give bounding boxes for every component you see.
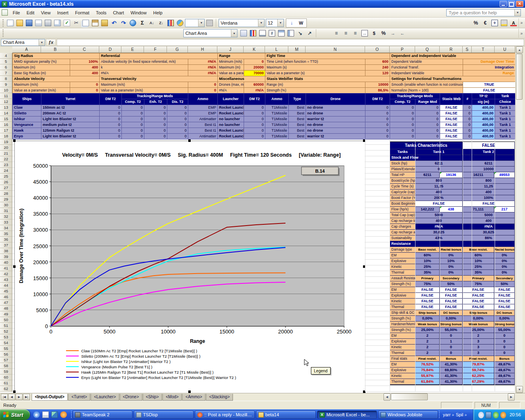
row-header-9[interactable]: 9 [0,82,12,87]
tank-value-cell[interactable]: FALSE [494,299,515,304]
tank-row-label[interactable]: Thermal [390,350,415,356]
sort-descending-button[interactable]: Z↓ [157,18,166,27]
row-header-22[interactable]: 22 [0,156,12,162]
tank-row-label[interactable]: Thermal [390,379,415,385]
ships-cell[interactable]: 0 [244,134,265,139]
ships-cell[interactable]: no drone [306,122,365,128]
tank-value-cell[interactable]: FALSE [494,304,515,310]
ships-cell[interactable]: 0 [365,111,390,116]
ships-cell[interactable]: T1Missile [265,111,289,116]
ships-cell[interactable]: 0 [415,122,440,128]
insert-function-button[interactable]: ƒx [46,39,56,46]
ships-cell[interactable]: Best [289,134,306,139]
paste-button[interactable] [91,18,100,27]
menu-help[interactable]: Help [150,8,166,17]
ships-cell[interactable]: 0 [390,116,415,122]
tank-value-cell[interactable]: 200% [415,195,463,201]
tank-value-cell[interactable]: 49,67% [494,373,515,379]
tanks-subheader-cell[interactable]: Strong bonus [494,322,515,327]
ships-header-cell[interactable]: Comp. T2 [390,99,415,105]
row-header-23[interactable]: 23 [0,162,12,168]
config-value-cell[interactable]: #N/A [188,71,218,76]
ships-cell[interactable]: FALSE [440,105,463,111]
tank-value-cell[interactable]: FALSE [463,201,515,207]
ships-cell[interactable]: FALSE [440,111,463,116]
tank-value-cell[interactable]: 2 [415,350,440,356]
tank-row-label[interactable]: Boost Beginning Cycle [390,201,415,207]
ships-header-cell[interactable]: Type [289,94,306,105]
tank-row-label[interactable]: Stock (hp) [390,161,415,167]
config-value-cell[interactable]: Damage Over Time [463,59,515,65]
tank-value-cell[interactable]: 0,00% [415,316,440,322]
config-value-cell[interactable]: 120 [365,71,390,76]
column-header-E[interactable]: E [121,46,144,53]
tank-value-cell[interactable]: 2 [415,333,440,339]
ships-cell[interactable]: 0 [365,128,390,134]
ships-cell[interactable]: 400,00 [472,134,495,139]
tank-value-cell[interactable]: 438 [440,207,463,212]
tank-value-cell[interactable]: 0 [440,333,463,339]
ships-cell[interactable]: 0 [100,111,122,116]
config-label-cell[interactable]: Maximum (m) [218,65,244,71]
tanks-subheader-cell[interactable]: Ship bonus [415,310,440,316]
config-label-cell[interactable]: Independant Variable [390,71,463,76]
config-value-cell[interactable]: 600 [365,59,390,65]
config-label-cell[interactable]: Value as a parameter (s) [265,71,365,76]
ships-header-cell[interactable]: Ammo [188,94,218,105]
ships-cell[interactable]: Tank 1 [495,105,515,111]
tank-value-cell[interactable]: #N/A [415,224,463,230]
tank-value-cell[interactable]: FALSE [440,299,463,304]
ships-header-cell[interactable]: Enh. T2 [144,99,167,105]
ship-name-cell[interactable]: Vengeance [13,122,41,128]
tray-network[interactable] [486,412,491,418]
redo-button[interactable]: ↷ [119,18,128,27]
tank-value-cell[interactable]: 5000 [415,212,463,218]
angle-counterclockwise-button[interactable]: ↗ [305,29,314,38]
row-header-58[interactable]: 58 [0,363,12,369]
config-label-cell[interactable]: Maximum (m) [13,65,70,71]
vertical-scroll-thumb[interactable] [516,54,523,100]
config-section-header[interactable]: Absolute Velocity [13,76,100,82]
tank-value-cell[interactable]: 0% [494,253,515,258]
tank-value-cell[interactable]: 1 [440,339,463,345]
config-label-cell[interactable]: Minimum (m/s) [218,59,244,65]
row-header-4[interactable]: 4 [0,53,12,59]
tank-value-cell[interactable]: FALSE [440,293,463,299]
row-header-44[interactable]: 44 [0,283,12,288]
tank-value-cell[interactable]: 10% [415,258,440,264]
chevron-icon[interactable]: » [452,413,454,417]
ships-cell[interactable]: 0 [463,128,472,134]
ships-cell[interactable]: 0 [122,105,144,111]
ships-header-cell[interactable]: # [463,94,472,105]
ships-cell[interactable]: warrior t2 [306,134,365,139]
ships-cell[interactable]: 0 [122,116,144,122]
tank-value-cell[interactable]: 60% [463,253,494,258]
tank-value-cell[interactable]: 0 [440,350,463,356]
tab-scroll-button-3[interactable]: ▶| [23,394,30,400]
borders-button[interactable]: + [490,18,499,27]
row-header-62[interactable]: 62 [0,386,12,392]
ships-cell[interactable]: 0 [244,116,265,122]
ships-header-cell[interactable]: Ammo [265,94,289,105]
tank-value-cell[interactable]: 0% [494,264,515,270]
tank-value-cell[interactable]: 75% [415,281,440,287]
tank-value-cell[interactable]: 25,00% [415,327,440,333]
tank-row-label[interactable]: Sustainability [390,235,415,241]
column-header-M[interactable]: M [288,46,306,53]
tank-row-label[interactable]: Total Cap (cap) [390,212,415,218]
column-header-C[interactable]: C [70,46,99,53]
tank-value-cell[interactable]: FALSE [415,201,463,207]
tank-row-label[interactable]: Total HP [390,172,415,178]
ships-cell[interactable]: 0 [390,122,415,128]
tank-row-label[interactable]: Cap charges [390,224,415,230]
ships-cell[interactable]: 125mm Railgun t2 [41,128,100,134]
by-column-button[interactable] [286,29,295,38]
cut-button[interactable]: ✂ [72,18,81,27]
config-label-cell[interactable]: Base Sig Radius (m) [13,71,70,76]
tank-value-cell[interactable]: FALSE [440,304,463,310]
align-left-button[interactable]: ≡ [332,29,341,38]
row-header-31[interactable]: 31 [0,208,12,214]
row-header-54[interactable]: 54 [0,340,12,346]
tank-value-cell[interactable]: 2 [415,339,440,345]
sheet-tab-input-output[interactable]: <Input-Output> [32,394,68,401]
